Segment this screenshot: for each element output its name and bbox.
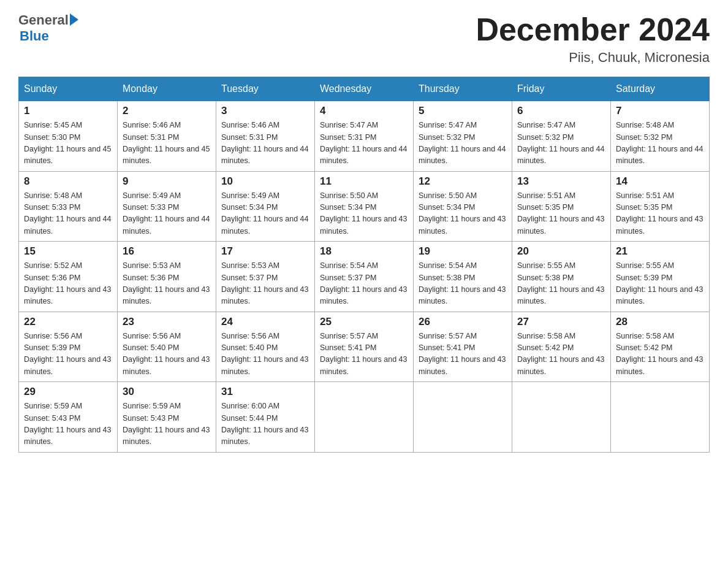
- day-number: 14: [616, 175, 704, 188]
- day-number: 10: [221, 175, 309, 188]
- day-info: Sunrise: 5:47 AMSunset: 5:32 PMDaylight:…: [419, 120, 507, 167]
- calendar-week-5: 29 Sunrise: 5:59 AMSunset: 5:43 PMDaylig…: [19, 382, 710, 453]
- calendar-cell: 30 Sunrise: 5:59 AMSunset: 5:43 PMDaylig…: [118, 382, 216, 453]
- col-wednesday: Wednesday: [315, 77, 414, 101]
- day-number: 15: [24, 245, 112, 258]
- calendar-cell: [512, 382, 611, 453]
- day-info: Sunrise: 5:49 AMSunset: 5:33 PMDaylight:…: [123, 190, 211, 238]
- calendar-cell: 29 Sunrise: 5:59 AMSunset: 5:43 PMDaylig…: [19, 382, 118, 453]
- calendar-cell: 1 Sunrise: 5:45 AMSunset: 5:30 PMDayligh…: [19, 101, 118, 172]
- calendar-cell: 10 Sunrise: 5:49 AMSunset: 5:34 PMDaylig…: [216, 171, 315, 242]
- logo-general-text: General: [18, 12, 69, 28]
- calendar-cell: 8 Sunrise: 5:48 AMSunset: 5:33 PMDayligh…: [19, 171, 118, 242]
- day-number: 7: [616, 105, 704, 117]
- calendar-cell: [315, 382, 414, 453]
- day-number: 11: [320, 175, 408, 188]
- day-number: 21: [616, 245, 704, 258]
- calendar-cell: 5 Sunrise: 5:47 AMSunset: 5:32 PMDayligh…: [414, 101, 512, 172]
- month-title: December 2024: [476, 12, 710, 47]
- day-number: 17: [221, 245, 309, 258]
- day-number: 29: [24, 386, 112, 398]
- calendar-cell: [414, 382, 512, 453]
- day-number: 24: [221, 316, 309, 328]
- calendar-cell: 24 Sunrise: 5:56 AMSunset: 5:40 PMDaylig…: [216, 312, 315, 382]
- day-info: Sunrise: 5:51 AMSunset: 5:35 PMDaylight:…: [517, 190, 605, 238]
- day-info: Sunrise: 5:56 AMSunset: 5:40 PMDaylight:…: [123, 331, 211, 378]
- day-info: Sunrise: 5:54 AMSunset: 5:37 PMDaylight:…: [320, 260, 408, 308]
- calendar-cell: 27 Sunrise: 5:58 AMSunset: 5:42 PMDaylig…: [512, 312, 611, 382]
- day-info: Sunrise: 5:57 AMSunset: 5:41 PMDaylight:…: [320, 331, 408, 378]
- calendar-cell: 23 Sunrise: 5:56 AMSunset: 5:40 PMDaylig…: [118, 312, 216, 382]
- day-info: Sunrise: 5:53 AMSunset: 5:37 PMDaylight:…: [221, 260, 309, 308]
- day-info: Sunrise: 5:47 AMSunset: 5:31 PMDaylight:…: [320, 120, 408, 167]
- calendar-cell: 3 Sunrise: 5:46 AMSunset: 5:31 PMDayligh…: [216, 101, 315, 172]
- day-number: 3: [221, 105, 309, 117]
- day-info: Sunrise: 5:47 AMSunset: 5:32 PMDaylight:…: [517, 120, 605, 167]
- calendar-cell: 18 Sunrise: 5:54 AMSunset: 5:37 PMDaylig…: [315, 242, 414, 312]
- day-info: Sunrise: 5:46 AMSunset: 5:31 PMDaylight:…: [221, 120, 309, 167]
- calendar-cell: 2 Sunrise: 5:46 AMSunset: 5:31 PMDayligh…: [118, 101, 216, 172]
- day-number: 9: [123, 175, 211, 188]
- day-number: 22: [24, 316, 112, 328]
- calendar-cell: 12 Sunrise: 5:50 AMSunset: 5:34 PMDaylig…: [414, 171, 512, 242]
- title-section: December 2024 Piis, Chuuk, Micronesia: [476, 12, 710, 66]
- day-info: Sunrise: 5:45 AMSunset: 5:30 PMDaylight:…: [24, 120, 112, 167]
- day-number: 30: [123, 386, 211, 398]
- day-info: Sunrise: 5:58 AMSunset: 5:42 PMDaylight:…: [616, 331, 704, 378]
- day-info: Sunrise: 5:59 AMSunset: 5:43 PMDaylight:…: [123, 400, 211, 448]
- day-number: 8: [24, 175, 112, 188]
- calendar-cell: 7 Sunrise: 5:48 AMSunset: 5:32 PMDayligh…: [611, 101, 710, 172]
- day-number: 23: [123, 316, 211, 328]
- day-info: Sunrise: 5:48 AMSunset: 5:33 PMDaylight:…: [24, 190, 112, 238]
- calendar-table: Sunday Monday Tuesday Wednesday Thursday…: [18, 77, 710, 453]
- logo: General Blue: [18, 12, 78, 44]
- col-monday: Monday: [118, 77, 216, 101]
- day-number: 20: [517, 245, 605, 258]
- col-sunday: Sunday: [19, 77, 118, 101]
- day-number: 12: [419, 175, 507, 188]
- day-info: Sunrise: 5:56 AMSunset: 5:40 PMDaylight:…: [221, 331, 309, 378]
- calendar-week-3: 15 Sunrise: 5:52 AMSunset: 5:36 PMDaylig…: [19, 242, 710, 312]
- calendar-body: 1 Sunrise: 5:45 AMSunset: 5:30 PMDayligh…: [19, 101, 710, 453]
- calendar-cell: [611, 382, 710, 453]
- location: Piis, Chuuk, Micronesia: [476, 50, 710, 66]
- col-tuesday: Tuesday: [216, 77, 315, 101]
- day-number: 25: [320, 316, 408, 328]
- calendar-cell: 6 Sunrise: 5:47 AMSunset: 5:32 PMDayligh…: [512, 101, 611, 172]
- day-number: 13: [517, 175, 605, 188]
- logo-arrow-icon: [70, 13, 78, 26]
- calendar-cell: 28 Sunrise: 5:58 AMSunset: 5:42 PMDaylig…: [611, 312, 710, 382]
- calendar-cell: 11 Sunrise: 5:50 AMSunset: 5:34 PMDaylig…: [315, 171, 414, 242]
- day-number: 28: [616, 316, 704, 328]
- calendar-header: Sunday Monday Tuesday Wednesday Thursday…: [19, 77, 710, 101]
- day-info: Sunrise: 5:51 AMSunset: 5:35 PMDaylight:…: [616, 190, 704, 238]
- logo-blue-text: Blue: [20, 28, 78, 44]
- day-number: 19: [419, 245, 507, 258]
- calendar-cell: 31 Sunrise: 6:00 AMSunset: 5:44 PMDaylig…: [216, 382, 315, 453]
- day-info: Sunrise: 5:56 AMSunset: 5:39 PMDaylight:…: [24, 331, 112, 378]
- day-info: Sunrise: 5:55 AMSunset: 5:38 PMDaylight:…: [517, 260, 605, 308]
- day-info: Sunrise: 5:57 AMSunset: 5:41 PMDaylight:…: [419, 331, 507, 378]
- calendar-cell: 15 Sunrise: 5:52 AMSunset: 5:36 PMDaylig…: [19, 242, 118, 312]
- calendar-cell: 26 Sunrise: 5:57 AMSunset: 5:41 PMDaylig…: [414, 312, 512, 382]
- day-info: Sunrise: 5:50 AMSunset: 5:34 PMDaylight:…: [419, 190, 507, 238]
- calendar-week-2: 8 Sunrise: 5:48 AMSunset: 5:33 PMDayligh…: [19, 171, 710, 242]
- calendar-cell: 16 Sunrise: 5:53 AMSunset: 5:36 PMDaylig…: [118, 242, 216, 312]
- calendar-cell: 19 Sunrise: 5:54 AMSunset: 5:38 PMDaylig…: [414, 242, 512, 312]
- calendar-cell: 22 Sunrise: 5:56 AMSunset: 5:39 PMDaylig…: [19, 312, 118, 382]
- day-info: Sunrise: 5:48 AMSunset: 5:32 PMDaylight:…: [616, 120, 704, 167]
- calendar-week-1: 1 Sunrise: 5:45 AMSunset: 5:30 PMDayligh…: [19, 101, 710, 172]
- calendar-cell: 25 Sunrise: 5:57 AMSunset: 5:41 PMDaylig…: [315, 312, 414, 382]
- day-info: Sunrise: 5:53 AMSunset: 5:36 PMDaylight:…: [123, 260, 211, 308]
- day-info: Sunrise: 5:50 AMSunset: 5:34 PMDaylight:…: [320, 190, 408, 238]
- day-number: 31: [221, 386, 309, 398]
- day-number: 2: [123, 105, 211, 117]
- day-info: Sunrise: 5:52 AMSunset: 5:36 PMDaylight:…: [24, 260, 112, 308]
- day-number: 1: [24, 105, 112, 117]
- page-header: General Blue December 2024 Piis, Chuuk, …: [18, 12, 710, 66]
- col-thursday: Thursday: [414, 77, 512, 101]
- day-info: Sunrise: 5:46 AMSunset: 5:31 PMDaylight:…: [123, 120, 211, 167]
- day-number: 5: [419, 105, 507, 117]
- calendar-cell: 20 Sunrise: 5:55 AMSunset: 5:38 PMDaylig…: [512, 242, 611, 312]
- day-info: Sunrise: 5:55 AMSunset: 5:39 PMDaylight:…: [616, 260, 704, 308]
